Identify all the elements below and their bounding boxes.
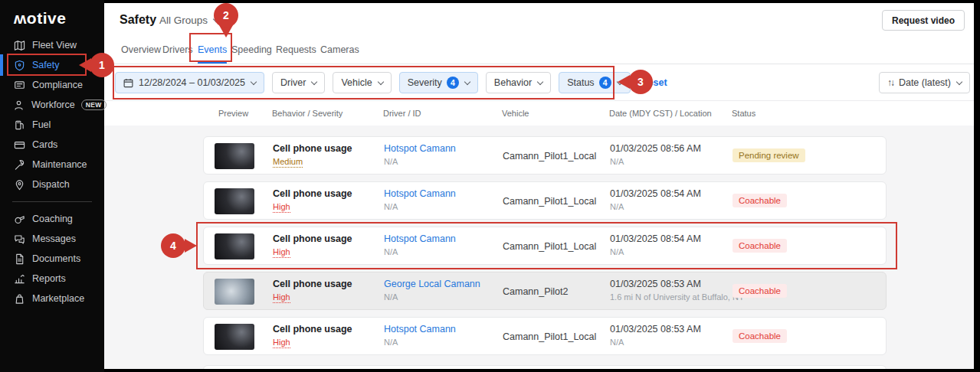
driver-link[interactable]: Hotspot Camann bbox=[384, 188, 456, 199]
severity-label: High bbox=[273, 247, 290, 258]
chevron-down-icon bbox=[464, 78, 470, 84]
behavior-filter[interactable]: Behavior bbox=[486, 72, 551, 93]
severity-label: High bbox=[273, 292, 290, 303]
document-icon bbox=[13, 253, 25, 265]
sidebar-item-messages[interactable]: Messages bbox=[0, 229, 104, 249]
sort-value: Date (latest) bbox=[899, 77, 951, 88]
severity-label: High bbox=[273, 338, 290, 348]
table-row[interactable]: Cell phone usage High Hotspot Camann N/A… bbox=[203, 317, 887, 355]
request-video-label: Request video bbox=[892, 15, 955, 26]
severity-count-badge: 4 bbox=[447, 77, 459, 89]
chevron-down-icon bbox=[213, 16, 219, 22]
sort-arrows-icon: ↑↓ bbox=[887, 77, 893, 88]
behavior-label: Cell phone usage bbox=[273, 143, 352, 154]
column-header-status: Status bbox=[732, 101, 755, 126]
sidebar-item-label: Fuel bbox=[32, 119, 51, 130]
page-header: Safety All Groups Request video bbox=[104, 3, 974, 37]
sidebar-item-compliance[interactable]: Compliance bbox=[0, 75, 104, 95]
tab-events[interactable]: Events bbox=[198, 37, 227, 64]
status-badge: Coachable bbox=[733, 239, 787, 253]
bag-icon bbox=[13, 292, 25, 305]
shield-icon bbox=[13, 59, 25, 71]
sidebar-item-workforce[interactable]: Workforce NEW bbox=[0, 95, 104, 115]
tab-speeding[interactable]: Speeding bbox=[231, 37, 272, 64]
table-row[interactable]: Cell phone usage High Hotspot Camann N/A… bbox=[203, 227, 887, 265]
whistle-icon bbox=[13, 213, 25, 225]
chevron-down-icon bbox=[537, 78, 543, 84]
column-header-date-location: Date (MDY CST) / Location bbox=[609, 101, 712, 126]
new-badge: NEW bbox=[81, 100, 107, 110]
sidebar-item-label: Dispatch bbox=[32, 179, 70, 190]
driver-link[interactable]: Hotspot Camann bbox=[384, 324, 456, 334]
sidebar-item-marketplace[interactable]: Marketplace bbox=[0, 289, 104, 308]
behavior-label: Cell phone usage bbox=[273, 188, 352, 199]
date-range-filter[interactable]: 12/28/2024 – 01/03/2025 bbox=[115, 72, 264, 93]
vehicle-filter[interactable]: Vehicle bbox=[333, 72, 391, 93]
driver-id: N/A bbox=[384, 292, 480, 302]
vehicle-name: Camann_Pilot1_Local bbox=[503, 137, 596, 175]
column-header-driver-id: Driver / ID bbox=[383, 101, 421, 126]
reset-filters-link[interactable]: Reset bbox=[641, 77, 667, 88]
driver-filter[interactable]: Driver bbox=[272, 72, 325, 93]
table-header: Preview Behavior / Severity Driver / ID … bbox=[104, 101, 974, 126]
chevron-down-icon bbox=[251, 78, 257, 84]
behavior-label: Cell phone usage bbox=[273, 233, 352, 244]
events-list: Cell phone usage Medium Hotspot Camann N… bbox=[104, 126, 974, 369]
sidebar-item-documents[interactable]: Documents bbox=[0, 249, 104, 269]
event-preview-thumbnail[interactable] bbox=[215, 324, 254, 350]
tab-overview[interactable]: Overview bbox=[121, 37, 161, 64]
group-selector-label: All Groups bbox=[159, 15, 208, 26]
tab-drivers[interactable]: Drivers bbox=[162, 37, 193, 64]
tabs-bar: Overview Drivers Events Speeding Request… bbox=[104, 37, 974, 64]
sidebar-item-fleet-view[interactable]: Fleet View bbox=[0, 35, 104, 55]
sidebar-item-cards[interactable]: Cards bbox=[0, 135, 104, 155]
driver-link[interactable]: Hotspot Camann bbox=[384, 143, 456, 154]
sidebar-item-label: Coaching bbox=[32, 214, 73, 224]
sidebar-item-reports[interactable]: Reports bbox=[0, 269, 104, 289]
sort-selector[interactable]: ↑↓ Date (latest) bbox=[879, 72, 970, 93]
event-location: N/A bbox=[610, 157, 701, 166]
chevron-down-icon bbox=[311, 78, 317, 84]
vehicle-name: Camann_Pilot1_Local bbox=[503, 318, 596, 356]
table-row[interactable]: Cell phone usage Medium Hotspot Camann N… bbox=[203, 136, 887, 175]
sidebar-divider bbox=[12, 201, 92, 202]
column-header-vehicle: Vehicle bbox=[502, 101, 529, 126]
request-video-button[interactable]: Request video bbox=[882, 10, 965, 31]
sidebar-item-fuel[interactable]: Fuel bbox=[0, 115, 104, 135]
sidebar-item-label: Fleet View bbox=[32, 40, 77, 51]
status-filter[interactable]: Status 4 bbox=[559, 72, 630, 93]
map-icon bbox=[13, 39, 25, 51]
sidebar-item-label: Reports bbox=[32, 273, 66, 284]
status-count-badge: 4 bbox=[599, 77, 611, 89]
vehicle-name: Camann_Pilot1_Local bbox=[503, 227, 596, 266]
event-date: 01/03/2025 08:54 AM bbox=[610, 233, 701, 244]
sidebar-item-label: Compliance bbox=[32, 80, 83, 90]
sidebar-item-maintenance[interactable]: Maintenance bbox=[0, 155, 104, 175]
driver-link[interactable]: George Local Camann bbox=[384, 279, 480, 289]
tab-requests[interactable]: Requests bbox=[276, 37, 316, 64]
sidebar-item-coaching[interactable]: Coaching bbox=[0, 209, 104, 229]
vehicle-name: Camann_Pilot1_Local bbox=[503, 182, 596, 220]
status-badge: Coachable bbox=[733, 284, 787, 298]
event-preview-thumbnail[interactable] bbox=[215, 143, 254, 169]
event-preview-thumbnail[interactable] bbox=[215, 279, 254, 305]
tab-cameras[interactable]: Cameras bbox=[320, 37, 359, 64]
sidebar-nav: Fleet View Safety Compliance Workforce N… bbox=[0, 35, 104, 308]
severity-label: High bbox=[273, 202, 290, 213]
wrench-icon bbox=[13, 158, 25, 171]
table-row[interactable]: Cell phone usage High George Local Caman… bbox=[203, 272, 887, 310]
table-row-partial[interactable] bbox=[203, 365, 887, 369]
event-location: N/A bbox=[610, 202, 701, 211]
sidebar-item-safety[interactable]: Safety bbox=[0, 55, 104, 75]
group-selector[interactable]: All Groups bbox=[159, 15, 218, 26]
sidebar-item-dispatch[interactable]: Dispatch bbox=[0, 175, 104, 194]
severity-filter[interactable]: Severity 4 bbox=[399, 72, 478, 93]
vehicle-name: Camann_Pilot2 bbox=[503, 272, 568, 311]
event-preview-thumbnail[interactable] bbox=[215, 188, 254, 214]
table-row[interactable]: Cell phone usage High Hotspot Camann N/A… bbox=[203, 181, 887, 220]
person-icon bbox=[13, 99, 25, 111]
driver-link[interactable]: Hotspot Camann bbox=[384, 233, 456, 244]
sidebar: ʍotive Fleet View Safety Compliance Work… bbox=[0, 0, 104, 372]
event-preview-thumbnail[interactable] bbox=[215, 233, 254, 259]
column-header-behavior-severity: Behavior / Severity bbox=[272, 101, 343, 126]
